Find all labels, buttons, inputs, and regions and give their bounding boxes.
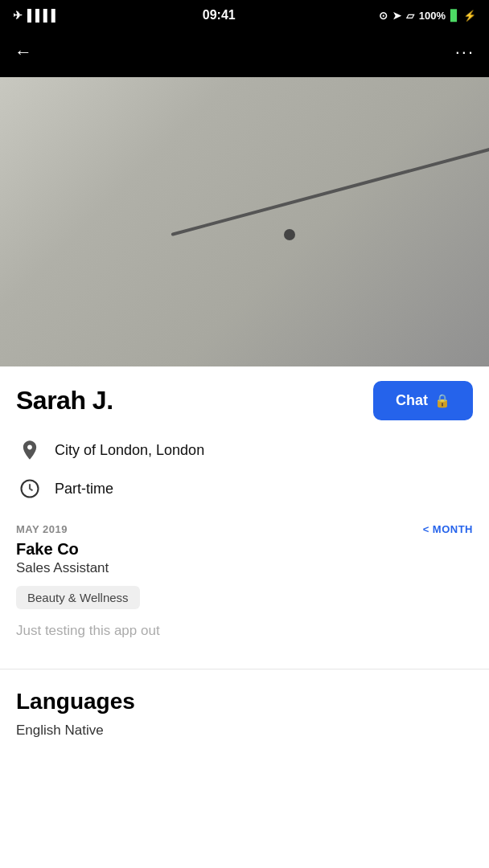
location-svg [18,439,41,461]
list-item: Part-time [16,475,473,502]
languages-title: Languages [16,689,473,714]
navigation-icon: ➤ [392,10,401,22]
location-status-icon: ⊙ [379,10,388,22]
charging-icon: ⚡ [463,10,476,22]
profile-header: Sarah J. Chat 🔒 [16,381,473,420]
experience-duration: < MONTH [423,523,473,535]
status-right: ⊙ ➤ ▱ 100% ▊ ⚡ [379,10,476,22]
status-time: 09:41 [203,8,236,23]
language-item: English Native [16,718,473,739]
battery-icon: ▊ [450,10,458,22]
experience-tag: Beauty & Wellness [16,586,140,609]
status-left: ✈ ▌▌▌▌ [13,9,60,22]
experience-company: Fake Co [16,540,473,559]
nav-bar: ← ··· [0,31,489,77]
english-native-label: English Native [16,723,104,738]
chat-label: Chat [396,392,428,409]
lock-icon: 🔒 [434,393,450,408]
hero-image [0,77,489,366]
languages-section: Languages English Native [0,678,489,739]
battery-percent: 100% [419,10,446,22]
parttime-text: Part-time [55,481,113,497]
location-icon [16,436,43,464]
profile-name: Sarah J. [16,386,113,416]
profile-section: Sarah J. Chat 🔒 City of London, London P… [0,366,489,502]
chat-button[interactable]: Chat 🔒 [373,381,473,420]
list-item: City of London, London [16,436,473,464]
airplane-icon: ✈ [13,9,23,22]
experience-role: Sales Assistant [16,560,473,576]
back-button[interactable]: ← [14,42,32,63]
rod-joint-decoration [284,229,295,240]
signal-icon: ▌▌▌▌ [27,9,60,22]
rod-decoration [171,146,489,237]
experience-date: MAY 2019 [16,523,68,535]
info-list: City of London, London Part-time [16,436,473,502]
section-divider [0,669,489,669]
location-text: City of London, London [55,442,204,459]
clock-svg [18,477,41,500]
experience-meta: MAY 2019 < MONTH [16,523,473,535]
status-bar: ✈ ▌▌▌▌ 09:41 ⊙ ➤ ▱ 100% ▊ ⚡ [0,0,489,31]
experience-description: Just testing this app out [16,620,473,641]
clock-icon [16,475,43,502]
airplay-icon: ▱ [406,10,414,22]
experience-section: MAY 2019 < MONTH Fake Co Sales Assistant… [0,515,489,661]
more-button[interactable]: ··· [455,42,475,63]
